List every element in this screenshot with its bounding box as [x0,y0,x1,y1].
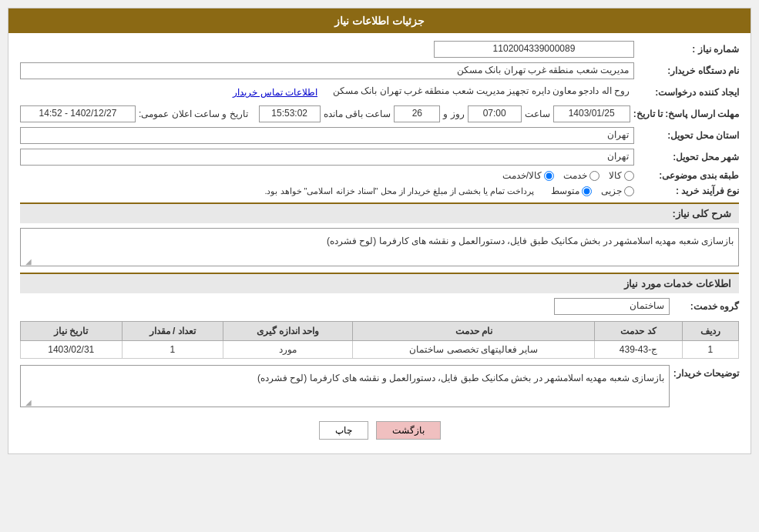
org-name-value: مدیریت شعب منطقه غرب تهران بانک مسکن [20,62,634,79]
need-desc-value: بازسازی شعبه مهدیه اسلامشهر در بخش مکانی… [327,236,734,246]
city-value: تهران [20,149,634,166]
resize-handle-need-desc[interactable]: ◢ [22,255,32,264]
col-qty: تعداد / مقدار [122,322,223,341]
cell-row: 1 [682,341,738,359]
deadline-time-value: 07:00 [468,105,522,122]
category-radio-group: کالا خدمت کالا/خدمت [502,170,634,181]
process-label: نوع فرآیند خرید : [639,186,739,196]
col-code: کد حدمت [595,322,682,341]
category-kala-khedmat-radio[interactable] [544,171,554,181]
col-date: تاریخ نیاز [21,322,123,341]
category-kala-radio[interactable] [624,171,634,181]
buyer-desc-label: توضیحات خریدار: [670,365,739,379]
announce-label: تاریخ و ساعت اعلان عمومی: [139,109,248,119]
creator-contact-link[interactable]: اطلاعات تماس خریدار [233,87,317,98]
deadline-remain-label: ساعت باقی مانده [324,109,391,119]
category-khedmat-item: خدمت [563,170,599,181]
category-kala-khedmat-item: کالا/خدمت [502,170,554,181]
col-row: ردیف [682,322,738,341]
process-jozi-label: جزیی [601,186,622,196]
process-desc: پرداخت تمام یا بخشی از مبلغ خریدار از مح… [264,186,534,196]
resize-handle-buyer-desc[interactable]: ◢ [22,396,32,405]
deadline-day-label: روز و [443,109,464,119]
cell-code: ج-43-439 [595,341,682,359]
cell-qty: 1 [122,341,223,359]
creator-value: روح اله دادجو معاون دایره تجهیز مدیریت ش… [328,84,634,101]
announce-value: 1402/12/27 - 14:52 [20,105,136,122]
category-khedmat-label: خدمت [563,170,587,181]
col-name: نام حدمت [353,322,595,341]
buyer-desc-box: بازسازی شعبه مهدیه اسلامشهر در بخش مکانی… [20,365,670,407]
need-number-value: 1102004339000089 [434,41,634,58]
cell-unit: مورد [223,341,352,359]
creator-label: ایجاد کننده درخواست: [639,87,739,98]
process-motavasset-label: متوسط [551,186,579,196]
deadline-time-label: ساعت [525,109,550,119]
service-group-value: ساختمان [554,298,670,315]
cell-name: سایر فعالیتهای تخصصی ساختمان [353,341,595,359]
process-jozi-item: جزیی [601,186,634,196]
process-motavasset-item: متوسط [551,186,592,196]
page-title: جزئیات اطلاعات نیاز [8,8,751,33]
org-name-label: نام دستگاه خریدار: [639,65,739,76]
cell-date: 1403/02/31 [21,341,123,359]
category-label: طبقه بندی موضوعی: [639,170,739,181]
print-button[interactable]: چاپ [319,421,368,440]
deadline-remain-value: 15:53:02 [259,105,321,122]
table-row: 1ج-43-439سایر فعالیتهای تخصصی ساختمانمور… [21,341,739,359]
deadline-label: مهلت ارسال پاسخ: تا تاریخ: [633,109,739,119]
process-radio-group: جزیی متوسط [551,186,634,196]
back-button[interactable]: بازگشت [376,421,441,440]
buttons-row: بازگشت چاپ [20,415,739,446]
process-motavasset-radio[interactable] [582,186,592,196]
province-label: استان محل تحویل: [639,130,739,141]
need-desc-section-title: شرح کلی نیاز: [20,202,739,223]
services-table: ردیف کد حدمت نام حدمت واحد اندازه گیری ت… [20,321,739,359]
deadline-date-value: 1403/01/25 [553,105,630,122]
services-section-title: اطلاعات خدمات مورد نیاز [20,273,739,293]
deadline-day-value: 26 [394,105,440,122]
buyer-desc-value: بازسازی شعبه مهدیه اسلامشهر در بخش مکانی… [257,373,664,383]
process-jozi-radio[interactable] [624,186,634,196]
category-khedmat-radio[interactable] [589,171,599,181]
need-number-label: شماره نیاز : [639,44,739,55]
city-label: شهر محل تحویل: [639,152,739,162]
col-unit: واحد اندازه گیری [223,322,352,341]
need-desc-box: بازسازی شعبه مهدیه اسلامشهر در بخش مکانی… [20,228,739,266]
category-kala-item: کالا [609,170,634,181]
province-value: تهران [20,127,634,144]
category-kala-label: کالا [609,170,622,181]
category-kala-khedmat-label: کالا/خدمت [502,170,542,181]
service-group-label: گروه خدمت: [670,301,739,312]
